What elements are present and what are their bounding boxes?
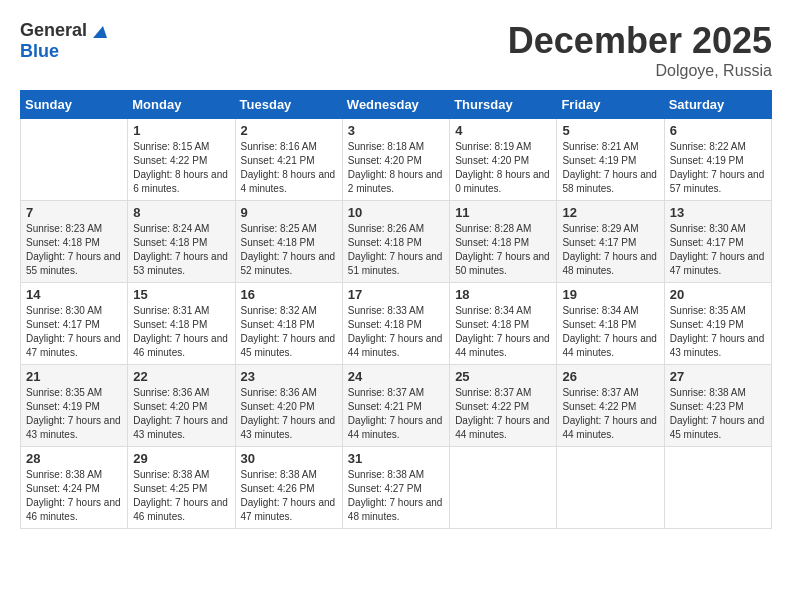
daylight-text: Daylight: 7 hours and 45 minutes.: [670, 415, 765, 440]
day-info: Sunrise: 8:35 AM Sunset: 4:19 PM Dayligh…: [26, 386, 122, 442]
sunrise-text: Sunrise: 8:35 AM: [26, 387, 102, 398]
day-number: 23: [241, 369, 337, 384]
day-number: 2: [241, 123, 337, 138]
day-info: Sunrise: 8:35 AM Sunset: 4:19 PM Dayligh…: [670, 304, 766, 360]
weekday-header: Saturday: [664, 91, 771, 119]
sunset-text: Sunset: 4:17 PM: [670, 237, 744, 248]
calendar-cell: 16 Sunrise: 8:32 AM Sunset: 4:18 PM Dayl…: [235, 283, 342, 365]
sunset-text: Sunset: 4:24 PM: [26, 483, 100, 494]
day-number: 31: [348, 451, 444, 466]
sunrise-text: Sunrise: 8:22 AM: [670, 141, 746, 152]
sunset-text: Sunset: 4:21 PM: [348, 401, 422, 412]
day-number: 24: [348, 369, 444, 384]
day-info: Sunrise: 8:38 AM Sunset: 4:24 PM Dayligh…: [26, 468, 122, 524]
day-info: Sunrise: 8:38 AM Sunset: 4:23 PM Dayligh…: [670, 386, 766, 442]
sunset-text: Sunset: 4:18 PM: [348, 319, 422, 330]
day-number: 13: [670, 205, 766, 220]
sunset-text: Sunset: 4:18 PM: [241, 319, 315, 330]
sunrise-text: Sunrise: 8:36 AM: [133, 387, 209, 398]
calendar-cell: 23 Sunrise: 8:36 AM Sunset: 4:20 PM Dayl…: [235, 365, 342, 447]
sunset-text: Sunset: 4:26 PM: [241, 483, 315, 494]
day-info: Sunrise: 8:36 AM Sunset: 4:20 PM Dayligh…: [133, 386, 229, 442]
sunrise-text: Sunrise: 8:30 AM: [670, 223, 746, 234]
day-info: Sunrise: 8:38 AM Sunset: 4:27 PM Dayligh…: [348, 468, 444, 524]
sunrise-text: Sunrise: 8:25 AM: [241, 223, 317, 234]
calendar-cell: 26 Sunrise: 8:37 AM Sunset: 4:22 PM Dayl…: [557, 365, 664, 447]
calendar-cell: 1 Sunrise: 8:15 AM Sunset: 4:22 PM Dayli…: [128, 119, 235, 201]
day-info: Sunrise: 8:34 AM Sunset: 4:18 PM Dayligh…: [455, 304, 551, 360]
daylight-text: Daylight: 7 hours and 43 minutes.: [133, 415, 228, 440]
sunrise-text: Sunrise: 8:19 AM: [455, 141, 531, 152]
sunset-text: Sunset: 4:18 PM: [348, 237, 422, 248]
sunset-text: Sunset: 4:22 PM: [133, 155, 207, 166]
sunrise-text: Sunrise: 8:28 AM: [455, 223, 531, 234]
weekday-header: Sunday: [21, 91, 128, 119]
calendar-cell: [21, 119, 128, 201]
month-title: December 2025: [508, 20, 772, 62]
calendar-week-row: 14 Sunrise: 8:30 AM Sunset: 4:17 PM Dayl…: [21, 283, 772, 365]
calendar-cell: 4 Sunrise: 8:19 AM Sunset: 4:20 PM Dayli…: [450, 119, 557, 201]
sunrise-text: Sunrise: 8:35 AM: [670, 305, 746, 316]
daylight-text: Daylight: 7 hours and 46 minutes.: [26, 497, 121, 522]
day-number: 16: [241, 287, 337, 302]
calendar-cell: 21 Sunrise: 8:35 AM Sunset: 4:19 PM Dayl…: [21, 365, 128, 447]
day-number: 30: [241, 451, 337, 466]
calendar-cell: 30 Sunrise: 8:38 AM Sunset: 4:26 PM Dayl…: [235, 447, 342, 529]
daylight-text: Daylight: 7 hours and 48 minutes.: [348, 497, 443, 522]
calendar-cell: 14 Sunrise: 8:30 AM Sunset: 4:17 PM Dayl…: [21, 283, 128, 365]
day-number: 1: [133, 123, 229, 138]
day-info: Sunrise: 8:26 AM Sunset: 4:18 PM Dayligh…: [348, 222, 444, 278]
sunrise-text: Sunrise: 8:37 AM: [348, 387, 424, 398]
calendar-cell: 12 Sunrise: 8:29 AM Sunset: 4:17 PM Dayl…: [557, 201, 664, 283]
day-number: 22: [133, 369, 229, 384]
daylight-text: Daylight: 7 hours and 44 minutes.: [455, 415, 550, 440]
sunset-text: Sunset: 4:17 PM: [26, 319, 100, 330]
day-info: Sunrise: 8:30 AM Sunset: 4:17 PM Dayligh…: [26, 304, 122, 360]
sunset-text: Sunset: 4:20 PM: [133, 401, 207, 412]
daylight-text: Daylight: 8 hours and 4 minutes.: [241, 169, 336, 194]
daylight-text: Daylight: 7 hours and 47 minutes.: [26, 333, 121, 358]
day-info: Sunrise: 8:19 AM Sunset: 4:20 PM Dayligh…: [455, 140, 551, 196]
daylight-text: Daylight: 8 hours and 0 minutes.: [455, 169, 550, 194]
day-number: 11: [455, 205, 551, 220]
day-info: Sunrise: 8:30 AM Sunset: 4:17 PM Dayligh…: [670, 222, 766, 278]
calendar-cell: 13 Sunrise: 8:30 AM Sunset: 4:17 PM Dayl…: [664, 201, 771, 283]
daylight-text: Daylight: 7 hours and 45 minutes.: [241, 333, 336, 358]
sunrise-text: Sunrise: 8:38 AM: [133, 469, 209, 480]
sunrise-text: Sunrise: 8:38 AM: [348, 469, 424, 480]
calendar-cell: 25 Sunrise: 8:37 AM Sunset: 4:22 PM Dayl…: [450, 365, 557, 447]
calendar-cell: [664, 447, 771, 529]
day-number: 25: [455, 369, 551, 384]
calendar-week-row: 28 Sunrise: 8:38 AM Sunset: 4:24 PM Dayl…: [21, 447, 772, 529]
calendar-cell: 20 Sunrise: 8:35 AM Sunset: 4:19 PM Dayl…: [664, 283, 771, 365]
logo-text-block: General Blue: [20, 20, 109, 62]
weekday-header: Wednesday: [342, 91, 449, 119]
day-info: Sunrise: 8:22 AM Sunset: 4:19 PM Dayligh…: [670, 140, 766, 196]
weekday-header: Thursday: [450, 91, 557, 119]
daylight-text: Daylight: 7 hours and 57 minutes.: [670, 169, 765, 194]
day-number: 14: [26, 287, 122, 302]
day-info: Sunrise: 8:33 AM Sunset: 4:18 PM Dayligh…: [348, 304, 444, 360]
sunrise-text: Sunrise: 8:38 AM: [26, 469, 102, 480]
calendar-week-row: 1 Sunrise: 8:15 AM Sunset: 4:22 PM Dayli…: [21, 119, 772, 201]
daylight-text: Daylight: 7 hours and 43 minutes.: [670, 333, 765, 358]
day-number: 28: [26, 451, 122, 466]
sunset-text: Sunset: 4:18 PM: [455, 237, 529, 248]
calendar-cell: 29 Sunrise: 8:38 AM Sunset: 4:25 PM Dayl…: [128, 447, 235, 529]
sunset-text: Sunset: 4:21 PM: [241, 155, 315, 166]
sunset-text: Sunset: 4:22 PM: [455, 401, 529, 412]
daylight-text: Daylight: 8 hours and 6 minutes.: [133, 169, 228, 194]
calendar-cell: 8 Sunrise: 8:24 AM Sunset: 4:18 PM Dayli…: [128, 201, 235, 283]
sunrise-text: Sunrise: 8:34 AM: [562, 305, 638, 316]
sunset-text: Sunset: 4:18 PM: [133, 319, 207, 330]
calendar-cell: 24 Sunrise: 8:37 AM Sunset: 4:21 PM Dayl…: [342, 365, 449, 447]
day-info: Sunrise: 8:16 AM Sunset: 4:21 PM Dayligh…: [241, 140, 337, 196]
calendar-cell: 28 Sunrise: 8:38 AM Sunset: 4:24 PM Dayl…: [21, 447, 128, 529]
sunset-text: Sunset: 4:18 PM: [455, 319, 529, 330]
calendar-cell: 6 Sunrise: 8:22 AM Sunset: 4:19 PM Dayli…: [664, 119, 771, 201]
calendar-cell: [450, 447, 557, 529]
day-info: Sunrise: 8:23 AM Sunset: 4:18 PM Dayligh…: [26, 222, 122, 278]
calendar-cell: 5 Sunrise: 8:21 AM Sunset: 4:19 PM Dayli…: [557, 119, 664, 201]
sunset-text: Sunset: 4:19 PM: [670, 155, 744, 166]
day-number: 21: [26, 369, 122, 384]
